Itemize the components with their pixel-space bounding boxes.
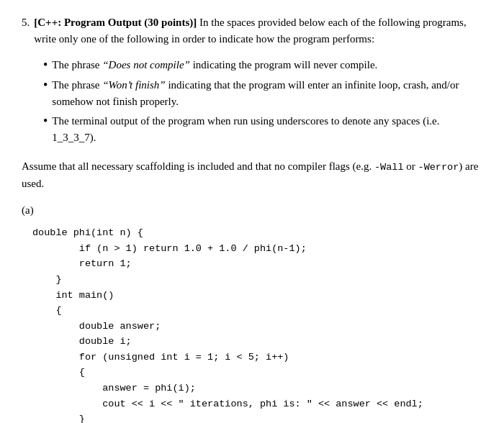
code-line-5: int main() [32,288,482,304]
phrase-italic-1: “Does not compile” [102,59,190,70]
bullet-dot-3: • [43,113,48,145]
question-title-bold: [C++: Program Output (30 points)] [34,17,197,28]
code-line-9: for (unsigned int i = 1; i < 5; i++) [32,350,482,365]
code-line-13: } [32,411,482,423]
bullet-dot-2: • [43,77,48,109]
assume-text: Assume that all necessary scaffolding is… [22,158,482,191]
code-line-6: { [32,303,482,319]
code-line-1: double phi(int n) { [32,225,482,241]
bullet-text-3: The terminal output of the program when … [52,113,482,145]
assume-code-wall: -Wall [374,162,404,173]
code-line-11: answer = phi(i); [32,381,482,396]
code-line-3: return 1; [32,256,482,272]
bullet-dot: • [43,57,48,73]
assume-code-werror: -Werror [418,162,459,173]
question-block: 5. [C++: Program Output (30 points)] In … [22,14,482,423]
sub-label: (a) [22,204,482,217]
assume-text-or: or [404,160,418,172]
assume-text-start: Assume that all necessary scaffolding is… [22,160,374,172]
question-number: 5. [22,14,30,47]
phrase-italic-2: “Won’t finish” [102,79,165,91]
bullet-text-1: The phrase “Does not compile” indicating… [52,57,377,73]
phrase-label-2: The phrase [52,79,102,91]
question-header: 5. [C++: Program Output (30 points)] In … [22,14,482,47]
code-line-10: { [32,365,482,381]
sub-label-text: (a) [22,204,34,216]
code-line-12: cout << i << " iterations, phi is: " << … [32,396,482,412]
code-block: double phi(int n) { if (n > 1) return 1.… [32,225,482,423]
code-line-8: double i; [32,334,482,350]
code-line-7: double answer; [32,319,482,335]
list-item: • The phrase “Won’t finish” indicating t… [43,77,482,109]
bullet-list: • The phrase “Does not compile” indicati… [43,57,482,145]
code-line-4: } [32,272,482,288]
code-line-2: if (n > 1) return 1.0 + 1.0 / phi(n-1); [32,241,482,257]
phrase-rest-1: indicating the program will never compil… [190,59,377,70]
question-title: [C++: Program Output (30 points)] In the… [34,14,482,47]
phrase-label-1: The phrase [52,59,102,70]
list-item: • The terminal output of the program whe… [43,113,482,145]
bullet-text-2: The phrase “Won’t finish” indicating tha… [52,77,482,109]
list-item: • The phrase “Does not compile” indicati… [43,57,482,73]
